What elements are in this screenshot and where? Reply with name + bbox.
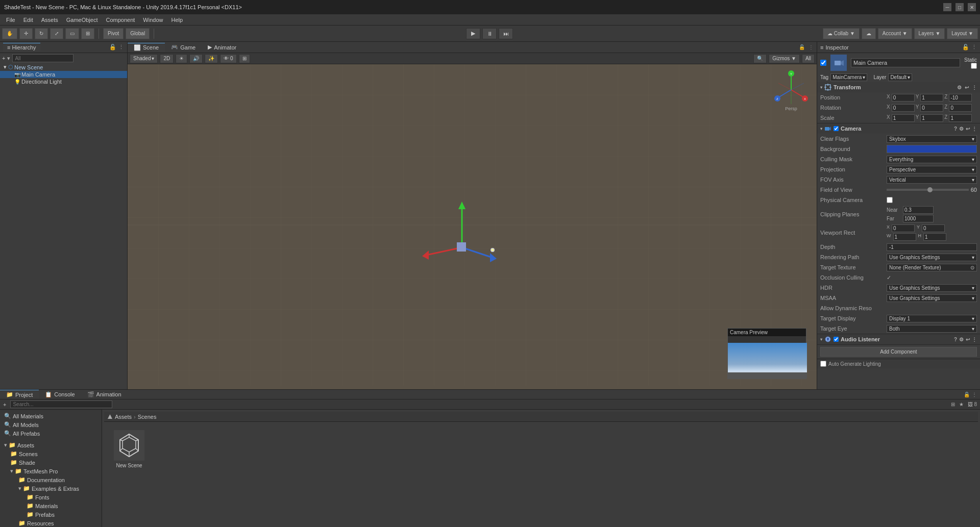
search-scene-btn[interactable]: 🔍 [753,54,767,63]
materials-item[interactable]: 📁 Materials [2,501,100,510]
hierarchy-add-button[interactable]: + [2,55,5,61]
new-scene-asset[interactable]: New Scene [106,426,152,472]
project-tab[interactable]: 📁 Project [0,390,39,399]
scenes-folder-item[interactable]: 📁 Scenes [2,449,100,458]
auto-generate-checkbox[interactable] [820,361,826,367]
cloud-button[interactable]: ☁ [862,28,876,39]
projection-dropdown[interactable]: Perspective▾ [887,166,977,173]
rotation-x[interactable] [892,104,915,112]
play-button[interactable]: ▶ [466,28,480,39]
examples-item[interactable]: ▾ 📁 Examples & Extras [2,484,100,493]
layout-button[interactable]: Layout ▼ [947,28,978,39]
all-prefabs-item[interactable]: 🔍 All Prefabs [2,429,100,438]
inspector-menu-icon[interactable]: ⋮ [971,44,977,51]
near-input[interactable] [903,206,934,214]
all-materials-item[interactable]: 🔍 All Materials [2,412,100,420]
scale-x[interactable] [892,114,915,122]
camera-help-icon[interactable]: ? [954,126,957,132]
hierarchy-lock-icon[interactable]: 🔓 [109,44,116,51]
transform-tool[interactable]: ⊞ [81,28,94,39]
target-display-dropdown[interactable]: Display 1▾ [887,315,977,322]
textmesh-pro-item[interactable]: ▾ 📁 TextMesh Pro [2,467,100,475]
fov-slider-thumb[interactable] [927,187,933,192]
scene-viewport[interactable]: Y X Z Persp C [128,64,817,389]
object-active-checkbox[interactable] [820,60,826,66]
collab-button[interactable]: ☁ Collab ▼ [823,28,860,39]
menu-help[interactable]: Help [167,16,187,24]
far-input[interactable] [903,215,934,222]
global-button[interactable]: Global [126,28,150,39]
audio-listener-enabled[interactable] [834,337,839,342]
rendering-path-dropdown[interactable]: Use Graphics Settings▾ [887,254,977,261]
fov-axis-dropdown[interactable]: Vertical▾ [887,176,977,184]
transform-overflow-icon[interactable]: ⋮ [972,85,977,90]
breadcrumb-scenes[interactable]: Scenes [138,414,157,420]
camera-revert-icon[interactable]: ↩ [966,126,970,132]
tag-dropdown[interactable]: MainCamera▾ [830,73,867,81]
account-button[interactable]: Account ▼ [878,28,912,39]
audio-overflow-icon[interactable]: ⋮ [972,337,977,342]
maximize-button[interactable]: □ [955,3,964,11]
position-x[interactable] [892,94,915,102]
transform-settings-icon[interactable]: ⚙ [957,85,962,90]
project-search[interactable] [10,400,112,408]
position-z[interactable] [949,94,972,102]
viewport-gizmo[interactable]: Y X Z Persp [771,69,812,110]
menu-component[interactable]: Component [102,16,139,24]
fonts-item[interactable]: 📁 Fonts [2,493,100,501]
audio-listener-section-header[interactable]: ▾ Audio Listener ? ⚙ ↩ ⋮ [817,334,980,344]
layers-button[interactable]: Layers ▼ [914,28,945,39]
camera-enabled-checkbox[interactable] [834,126,839,131]
menu-gameobject[interactable]: GameObject [62,16,102,24]
audio-revert-icon[interactable]: ↩ [966,337,970,342]
documentation-item[interactable]: 📁 Documentation [2,475,100,484]
vp-w[interactable] [893,233,916,241]
clear-flags-dropdown[interactable]: Skybox▾ [887,135,977,143]
camera-overflow-icon[interactable]: ⋮ [972,126,977,132]
project-add-button[interactable]: + [3,401,6,408]
scene-menu-icon[interactable]: ⋮ [808,44,814,50]
breadcrumb-assets[interactable]: Assets [115,414,132,420]
hand-tool[interactable]: ✋ [2,28,17,39]
rect-tool[interactable]: ▭ [65,28,79,39]
gizmos-btn[interactable]: Gizmos ▼ [769,54,800,63]
grid-btn[interactable]: ⊞ [239,54,250,63]
physical-camera-checkbox[interactable] [887,197,893,203]
pause-button[interactable]: ⏸ [482,28,497,39]
camera-settings-icon[interactable]: ⚙ [959,126,964,132]
move-tool[interactable]: ✛ [19,28,33,39]
hierarchy-tab[interactable]: ≡ Hierarchy [3,43,40,52]
transform-section-header[interactable]: ▾ Transform ⚙ ↩ ⋮ [817,82,980,92]
resources-item[interactable]: 📁 Resources [2,519,100,527]
scene-lock-icon[interactable]: 🔓 [799,44,805,50]
minimize-button[interactable]: ─ [943,3,951,11]
lighting-btn[interactable]: ☀ [176,54,187,63]
scale-tool[interactable]: ⤢ [50,28,63,39]
fov-slider[interactable] [887,189,969,191]
fx-btn[interactable]: ✨ [205,54,218,63]
game-tab[interactable]: 🎮 Game [165,43,202,52]
static-checkbox[interactable] [971,63,977,69]
hierarchy-search[interactable] [12,54,74,62]
shading-mode-btn[interactable]: Shaded ▾ [130,54,158,63]
rotation-z[interactable] [949,104,972,112]
pivot-button[interactable]: Pivot [103,28,124,39]
menu-file[interactable]: File [2,16,19,24]
depth-input[interactable] [887,243,977,251]
rotation-y[interactable] [920,104,943,112]
menu-assets[interactable]: Assets [37,16,62,24]
2d-button[interactable]: 2D [160,54,174,63]
layer-dropdown[interactable]: Default▾ [888,73,912,81]
menu-window[interactable]: Window [139,16,167,24]
all-btn[interactable]: All [802,54,815,63]
hierarchy-item-maincamera[interactable]: 📷 Main Camera [0,71,127,78]
audio-settings-icon[interactable]: ⚙ [959,337,964,342]
object-name-input[interactable] [851,58,960,67]
bottom-menu-icon[interactable]: ⋮ [972,392,977,397]
close-button[interactable]: ✕ [968,3,976,11]
camera-section-header[interactable]: ▾ Camera ? ⚙ ↩ ⋮ [817,123,980,134]
rotate-tool[interactable]: ↻ [35,28,48,39]
hierarchy-menu-icon[interactable]: ⋮ [118,44,124,51]
scale-z[interactable] [949,114,972,122]
step-button[interactable]: ⏭ [499,28,513,39]
